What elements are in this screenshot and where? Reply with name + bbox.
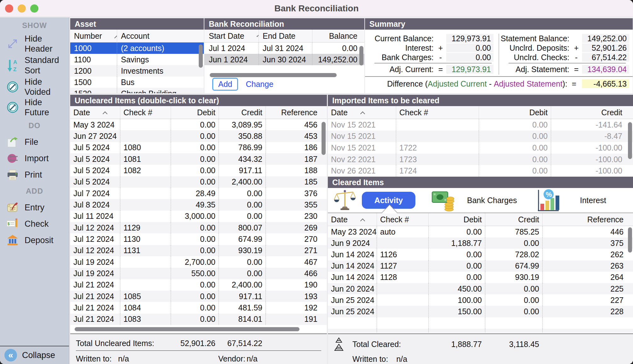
cell: 264 bbox=[542, 272, 633, 283]
cleared-row[interactable]: Jun 25 2024150.000.00228 bbox=[328, 306, 633, 317]
recon-scrollbar-thumb[interactable] bbox=[359, 46, 363, 65]
column-header-reference[interactable]: Reference bbox=[542, 213, 633, 226]
summary-rule bbox=[374, 63, 492, 63]
uncleared-row[interactable]: Jul 11 20243,000.000.00230 bbox=[70, 211, 327, 222]
imported-row[interactable]: Nov 22 202117230.00-100.00 bbox=[328, 154, 633, 165]
sidebar-item-file[interactable]: File bbox=[0, 134, 69, 150]
imported-row[interactable]: Nov 26 202117240.00-100.00 bbox=[328, 165, 633, 177]
sidebar-item-check[interactable]: $ Check bbox=[0, 216, 69, 232]
uncleared-row[interactable]: Jul 12 202411300.00674.99270 bbox=[70, 233, 327, 245]
column-header-credit[interactable]: Credit bbox=[219, 106, 265, 119]
uncleared-row[interactable]: Jul 5 202410800.00786.99186 bbox=[70, 142, 327, 153]
change-button[interactable]: Change bbox=[246, 80, 273, 89]
uncleared-row[interactable]: Jul 21 202410840.00481.59192 bbox=[70, 302, 327, 313]
clear-all-icon[interactable] bbox=[334, 337, 344, 353]
cleared-row[interactable]: May 23 2024auto0.00785.25446 bbox=[328, 226, 633, 237]
sidebar-item-hide-voided[interactable]: Hide Voided bbox=[0, 77, 69, 97]
column-header-date[interactable]: Date bbox=[70, 106, 120, 119]
cell: 228 bbox=[542, 306, 633, 317]
cleared-table: May 23 2024auto0.00785.25446Jun 9 20241,… bbox=[328, 226, 633, 333]
column-header-end-date[interactable]: End Date bbox=[259, 30, 312, 42]
uncleared-hscrollbar-thumb[interactable] bbox=[75, 327, 299, 331]
asset-row[interactable]: 1200Investments bbox=[70, 65, 204, 77]
column-header-account[interactable]: Account bbox=[117, 30, 204, 42]
zoom-button[interactable] bbox=[30, 4, 38, 13]
uncleared-row[interactable]: Jul 19 2024550.000.00466 bbox=[70, 268, 327, 279]
sidebar-item-hide-header[interactable]: Hide Header bbox=[0, 34, 69, 54]
imported-row[interactable]: Nov 15 20210.00-8.47 bbox=[328, 131, 633, 142]
column-header-date[interactable]: Date bbox=[328, 213, 377, 226]
sidebar-item-import[interactable]: Import bbox=[0, 150, 69, 167]
uncleared-row[interactable]: Jul 21 20240.002,400.00190 bbox=[70, 279, 327, 291]
cleared-row[interactable]: Jun 25 2024100.000.00227 bbox=[328, 294, 633, 306]
cleared-row[interactable]: Jun 20 2024450.000.00225 bbox=[328, 283, 633, 294]
adj-current-value: 129,973.91 bbox=[446, 65, 493, 74]
cell: 0.00 bbox=[219, 256, 265, 268]
sidebar-item-deposit[interactable]: Deposit bbox=[0, 232, 69, 248]
uncleared-row[interactable]: Jul 12 202411310.00930.19271 bbox=[70, 245, 327, 256]
collapse-button[interactable]: « Collapse bbox=[0, 346, 69, 364]
column-header-date[interactable]: Date bbox=[328, 106, 396, 119]
uncleared-row[interactable]: Jul 12 202411290.00800.07269 bbox=[70, 222, 327, 233]
cell: -141.64 bbox=[551, 119, 633, 131]
cell bbox=[377, 294, 428, 306]
close-button[interactable] bbox=[5, 4, 13, 13]
uncleared-row[interactable]: Jul 7 202428.490.00376 bbox=[70, 188, 327, 199]
cell: 270 bbox=[265, 233, 327, 245]
cell: Jul 12 2024 bbox=[70, 245, 120, 256]
cell: 1084 bbox=[120, 302, 171, 313]
column-header-start-date[interactable]: Start Date bbox=[204, 30, 259, 42]
column-header-check[interactable]: Check # bbox=[120, 106, 171, 119]
sidebar-item-entry[interactable]: Entry bbox=[0, 199, 69, 216]
sidebar-item-hide-future[interactable]: Hide Future bbox=[0, 97, 69, 118]
uncleared-row[interactable]: Jul 5 20240.002,400.00185 bbox=[70, 176, 327, 188]
reconciliation-row[interactable]: Jul 1 2024Jul 31 20240.00 bbox=[204, 43, 364, 54]
column-header-debit[interactable]: Debit bbox=[171, 106, 219, 119]
column-header-balance[interactable]: Balance bbox=[312, 30, 364, 42]
asset-row[interactable]: 1520Church Building bbox=[70, 88, 204, 93]
cell: 0.00 bbox=[171, 130, 219, 142]
sidebar-item-standard-sort[interactable]: AZ Standard Sort bbox=[0, 54, 69, 77]
cleared-row[interactable]: Jun 14 202411280.00930.19264 bbox=[328, 272, 633, 283]
cleared-row[interactable]: Jun 14 202411260.00728.02262 bbox=[328, 249, 633, 260]
cell: Jun 14 2024 bbox=[328, 249, 377, 260]
column-header-number[interactable]: Number bbox=[70, 30, 117, 42]
column-header-reference[interactable]: Reference bbox=[265, 106, 327, 119]
tab-bank-charges[interactable]: Bank Charges bbox=[467, 196, 517, 205]
add-button[interactable]: Add bbox=[212, 78, 238, 91]
uncleared-row[interactable]: May 3 20240.003,089.95456 bbox=[70, 119, 327, 130]
uncleared-row[interactable]: Jul 21 202410830.00814.01191 bbox=[70, 314, 327, 325]
uncleared-row[interactable]: Jul 5 202410820.00917.11188 bbox=[70, 165, 327, 176]
asset-row[interactable]: 1100Savings bbox=[70, 54, 204, 65]
uncleared-scrollbar-thumb[interactable] bbox=[322, 122, 326, 155]
column-header-check[interactable]: Check # bbox=[396, 106, 479, 119]
cell: 0.00 bbox=[479, 154, 551, 165]
cell: Jun 1 2024 bbox=[204, 54, 259, 65]
uncleared-row[interactable]: Jul 19 20242,700.000.00467 bbox=[70, 256, 327, 268]
column-header-check[interactable]: Check # bbox=[377, 213, 428, 226]
asset-row[interactable]: 1000(2 accounts) bbox=[70, 43, 204, 54]
uncleared-row[interactable]: Jul 21 202410850.00917.11193 bbox=[70, 291, 327, 302]
hide-voided-icon bbox=[6, 81, 20, 93]
reconciliation-row[interactable]: Jun 1 2024Jun 30 2024149,252.00 bbox=[204, 54, 364, 65]
cell: Bus bbox=[117, 77, 204, 88]
minimize-button[interactable] bbox=[18, 4, 26, 13]
asset-row[interactable]: 1500Bus bbox=[70, 77, 204, 88]
column-header-credit[interactable]: Credit bbox=[551, 106, 633, 119]
uncleared-row[interactable]: Jul 5 202410810.00434.32187 bbox=[70, 153, 327, 165]
imported-row[interactable]: Nov 15 20210.00-141.64 bbox=[328, 119, 633, 131]
cleared-row[interactable]: Jun 14 202411270.00674.99263 bbox=[328, 260, 633, 272]
cleared-scrollbar-thumb[interactable] bbox=[628, 227, 632, 253]
imported-scrollbar-thumb[interactable] bbox=[628, 122, 632, 159]
uncleared-row[interactable]: Jul 8 202449.350.00355 bbox=[70, 199, 327, 210]
uncleared-row[interactable]: Jun 27 20240.00350.88453 bbox=[70, 130, 327, 142]
column-header-debit[interactable]: Debit bbox=[479, 106, 551, 119]
sidebar-item-print[interactable]: Print bbox=[0, 167, 69, 183]
cleared-row[interactable]: Jun 9 20241,188.770.00375 bbox=[328, 237, 633, 249]
tab-interest[interactable]: Interest bbox=[580, 196, 606, 205]
column-header-debit[interactable]: Debit bbox=[428, 213, 485, 226]
imported-row[interactable]: Nov 15 202117220.00-100.00 bbox=[328, 142, 633, 154]
column-header-credit[interactable]: Credit bbox=[485, 213, 542, 226]
asset-scrollbar-thumb[interactable] bbox=[199, 44, 203, 68]
cell: 0.00 bbox=[479, 165, 551, 177]
